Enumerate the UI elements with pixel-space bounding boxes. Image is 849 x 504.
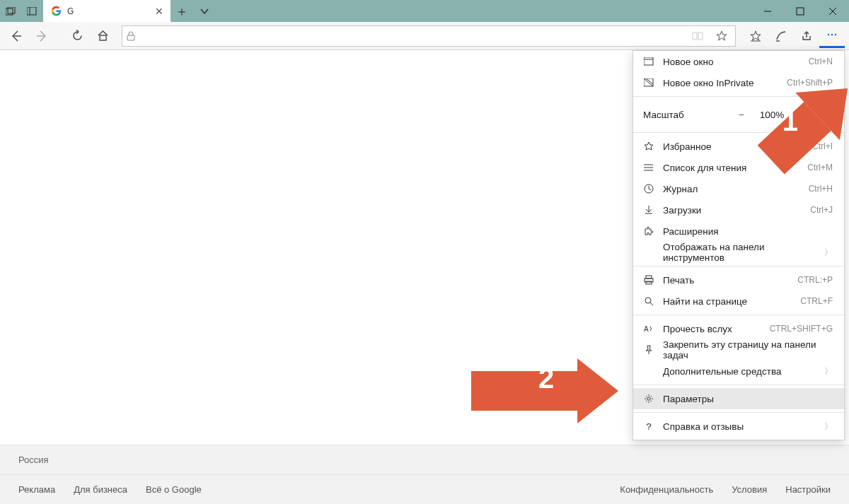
tab-setaside-icon[interactable] — [21, 0, 42, 22]
back-button[interactable] — [4, 24, 28, 48]
window-minimize-button[interactable] — [751, 0, 784, 22]
lock-icon — [127, 31, 135, 41]
menu-extensions[interactable]: Расширения — [633, 221, 844, 242]
menu-read-aloud[interactable]: A Прочесть вслух CTRL+SHIFT+G — [633, 318, 844, 339]
annotation-number: 2 — [538, 363, 554, 394]
menu-show-in-toolbar[interactable]: Отображать на панели инструментов 〉 — [633, 242, 844, 263]
footer-link-business[interactable]: Для бизнеса — [74, 484, 127, 495]
window-icon — [643, 57, 654, 66]
menu-label: Расширения — [663, 226, 833, 237]
menu-shortcut: Ctrl+J — [810, 205, 833, 215]
menu-label: Прочесть вслух — [663, 324, 761, 334]
favorite-star-icon[interactable] — [712, 30, 731, 42]
svg-rect-5 — [797, 8, 804, 15]
chevron-right-icon: 〉 — [824, 365, 833, 377]
browser-toolbar — [0, 22, 849, 50]
svg-point-17 — [828, 34, 829, 35]
home-button[interactable] — [91, 24, 115, 48]
menu-shortcut: Ctrl+M — [807, 163, 833, 172]
menu-pin-taskbar[interactable]: Закрепить эту страницу на панели задач — [633, 339, 844, 361]
forward-button[interactable] — [30, 24, 54, 48]
menu-new-window[interactable]: Новое окно Ctrl+N — [633, 51, 844, 72]
menu-label: Печать — [663, 275, 789, 286]
share-icon[interactable] — [794, 24, 819, 48]
zoom-out-button[interactable]: − — [734, 110, 749, 120]
footer-link-settings[interactable]: Настройки — [785, 484, 831, 495]
menu-label: Новое окно InPrivate — [663, 78, 778, 88]
svg-point-41 — [647, 397, 650, 400]
page-content: Новое окно Ctrl+N Новое окно InPrivate C… — [0, 50, 849, 504]
menu-help[interactable]: ? Справка и отзывы 〉 — [633, 416, 844, 437]
svg-marker-27 — [645, 142, 653, 150]
read-aloud-icon: A — [643, 324, 654, 334]
window-titlebar: G ✕ ＋ — [0, 0, 849, 22]
menu-downloads[interactable]: Загрузки Ctrl+J — [633, 199, 844, 221]
menu-label: Параметры — [663, 394, 833, 404]
gear-icon — [643, 394, 654, 404]
menu-find[interactable]: Найти на странице CTRL+F — [633, 291, 844, 312]
menu-more-tools[interactable]: Дополнительные средства 〉 — [633, 361, 844, 382]
svg-point-37 — [645, 298, 651, 303]
menu-history[interactable]: Журнал Ctrl+H — [633, 178, 844, 199]
url-input[interactable] — [141, 26, 683, 46]
window-maximize-button[interactable] — [784, 0, 816, 22]
menu-shortcut: Ctrl+H — [809, 184, 833, 194]
history-icon — [643, 184, 654, 194]
more-menu-button[interactable] — [819, 24, 845, 48]
svg-rect-11 — [127, 35, 134, 40]
footer-link-about[interactable]: Всё о Google — [146, 484, 202, 495]
svg-line-26 — [823, 110, 826, 114]
fullscreen-icon[interactable] — [817, 110, 833, 119]
reading-view-icon[interactable] — [688, 31, 707, 41]
favorites-hub-icon[interactable] — [743, 24, 768, 48]
google-favicon-icon — [50, 6, 62, 17]
footer-link-ads[interactable]: Реклама — [18, 484, 55, 495]
footer-link-privacy[interactable]: Конфиденциальность — [620, 484, 713, 495]
svg-text:A: A — [644, 325, 649, 333]
menu-print[interactable]: Печать CTRL:+P — [633, 269, 844, 291]
menu-settings[interactable]: Параметры — [633, 388, 844, 409]
new-tab-button[interactable]: ＋ — [171, 0, 193, 22]
menu-label: Отображать на панели инструментов — [663, 242, 816, 263]
menu-label: Закрепить эту страницу на панели задач — [663, 339, 833, 361]
svg-line-38 — [650, 303, 653, 305]
svg-rect-10 — [100, 35, 106, 40]
tab-preview-icon[interactable] — [0, 0, 21, 22]
download-icon — [643, 205, 654, 215]
menu-shortcut: CTRL+F — [800, 296, 833, 306]
zoom-label: Масштаб — [643, 110, 727, 120]
footer-link-terms[interactable]: Условия — [732, 484, 767, 495]
print-icon — [643, 275, 654, 285]
google-footer: Россия Реклама Для бизнеса Всё о Google … — [0, 445, 849, 504]
pin-icon — [643, 345, 654, 355]
inprivate-icon — [643, 78, 654, 87]
browser-tab[interactable]: G ✕ — [43, 0, 171, 22]
svg-line-25 — [818, 110, 821, 114]
tab-title: G — [67, 6, 149, 16]
menu-new-inprivate[interactable]: Новое окно InPrivate Ctrl+Shift+P — [633, 72, 844, 93]
menu-label: Избранное — [663, 141, 804, 152]
svg-rect-0 — [6, 8, 13, 15]
menu-label: Список для чтения — [663, 163, 799, 173]
footer-country: Россия — [0, 445, 849, 474]
settings-menu: Новое окно Ctrl+N Новое окно InPrivate C… — [633, 50, 845, 440]
menu-label: Журнал — [663, 184, 800, 194]
menu-reading-list[interactable]: Список для чтения Ctrl+M — [633, 157, 844, 178]
menu-favorites[interactable]: Избранное Ctrl+I — [633, 136, 844, 157]
svg-rect-34 — [646, 276, 652, 279]
address-bar[interactable] — [122, 25, 736, 47]
menu-shortcut: Ctrl+I — [812, 141, 833, 151]
svg-point-18 — [831, 34, 833, 35]
menu-shortcut: Ctrl+Shift+P — [787, 78, 833, 88]
notes-icon[interactable] — [768, 24, 794, 48]
window-close-button[interactable] — [816, 0, 849, 22]
menu-label: Новое окно — [663, 57, 800, 67]
refresh-button[interactable] — [65, 24, 89, 48]
svg-marker-13 — [751, 31, 761, 40]
star-icon — [643, 141, 654, 151]
zoom-in-button[interactable]: ＋ — [795, 108, 810, 121]
svg-marker-12 — [717, 31, 727, 40]
chevron-right-icon: 〉 — [824, 421, 833, 433]
tab-chevron-icon[interactable] — [193, 0, 216, 22]
close-tab-icon[interactable]: ✕ — [155, 6, 163, 17]
